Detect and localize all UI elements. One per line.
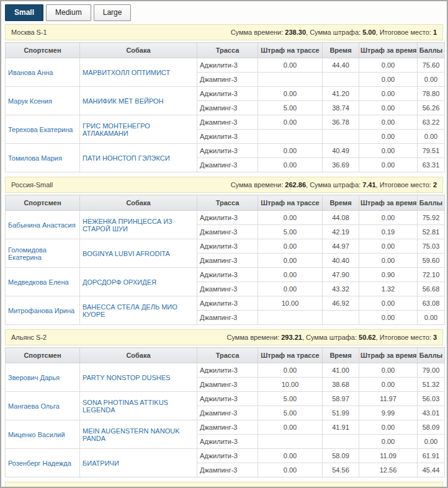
summary-label: Сумма времени: (231, 29, 284, 36)
points-cell: 78.80 (418, 87, 445, 101)
total-penalty-value: 50.62 (359, 334, 376, 341)
summary-label: Сумма штрафа: (310, 181, 361, 189)
points-cell: 63.31 (418, 158, 445, 172)
time-penalty-cell: 1.32 (359, 282, 418, 296)
dog-link[interactable]: ДОРСДОРФ ОРХИДЕЯ (83, 278, 156, 286)
course-penalty-cell: 0.00 (258, 211, 323, 225)
section-summary: Сумма времени: 262.86, Сумма штрафа: 7.4… (231, 181, 437, 189)
time-cell (323, 130, 359, 144)
dog-link[interactable]: МАНИФИК МЁТ ВЕЙРОН (83, 97, 164, 105)
athlete-link[interactable]: Мангаева Ольга (8, 402, 60, 410)
athlete-cell: Марук Ксения (6, 87, 80, 115)
table-header-row: СпортсменСобакаТрассаШтраф на трассеВрем… (6, 43, 445, 58)
dog-link[interactable]: ГРИС МОНТЕНЕГРО АТЛАКАМАНИ (83, 122, 150, 137)
athlete-link[interactable]: Зверович Дарья (8, 374, 60, 381)
time-cell: 43.32 (323, 282, 359, 296)
time-cell: 44.40 (323, 58, 359, 73)
dog-link[interactable]: PARTY NONSTOP DUSHES (83, 374, 170, 381)
total-time-value: 238.30 (285, 29, 306, 36)
points-cell: 0.00 (418, 73, 445, 87)
points-cell: 59.60 (418, 254, 445, 268)
column-header: Штраф на трассе (258, 195, 323, 211)
dog-link[interactable]: МАРВИТХОЛЛ ОПТИМИСТ (83, 69, 170, 76)
column-header: Время (323, 195, 359, 211)
course-cell: Аджилити-3 (197, 58, 258, 73)
athlete-cell: Митрофанова Ирина (6, 296, 80, 325)
time-penalty-cell: 11.97 (359, 392, 418, 406)
dog-link[interactable]: MEIN AUGENSTERN NANOUK PANDA (83, 427, 179, 442)
dog-link[interactable]: SONA PHOTINAS ATTIKUS LEGENDA (83, 399, 168, 414)
results-table: СпортсменСобакаТрассаШтраф на трассеВрем… (5, 42, 445, 172)
dog-link[interactable]: BOGINYA LUBVI AFRODITA (83, 250, 170, 257)
athlete-link[interactable]: Бабынина Анастасия (8, 221, 76, 229)
points-cell: 75.03 (418, 239, 445, 254)
time-cell: 46.92 (323, 296, 359, 311)
points-cell: 75.60 (418, 58, 445, 73)
points-cell: 75.92 (418, 211, 445, 225)
athlete-link[interactable]: Терехова Екатерина (8, 126, 73, 133)
time-cell: 36.78 (323, 115, 359, 130)
course-penalty-cell: 0.00 (258, 87, 323, 101)
time-penalty-cell: 0.00 (359, 130, 418, 144)
time-penalty-cell: 0.00 (359, 144, 418, 158)
time-cell: 47.90 (323, 268, 359, 282)
column-header: Баллы (418, 43, 445, 58)
column-header: Баллы (418, 348, 445, 363)
points-cell: 63.22 (418, 115, 445, 130)
course-cell: Джампинг-3 (197, 158, 258, 172)
run-row: Томилова МарияПАТИ НОНСТОП ГЭЛЭКСИАджили… (6, 144, 445, 158)
team-section: Россия-SmallСумма времени: 262.86, Сумма… (5, 177, 443, 325)
athlete-link[interactable]: Голомидова Екатерина (8, 246, 47, 261)
course-cell: Джампинг-3 (197, 311, 258, 325)
column-header: Штраф за время (359, 348, 418, 363)
time-penalty-cell: 0.00 (359, 58, 418, 73)
run-row: Голомидова ЕкатеринаBOGINYA LUBVI AFRODI… (6, 239, 445, 254)
points-cell: 51.32 (418, 378, 445, 392)
run-row: Миценко ВасилийMEIN AUGENSTERN NANOUK PA… (6, 420, 445, 435)
athlete-link[interactable]: Розенберг Надежда (8, 459, 71, 467)
tab-large[interactable]: Large (94, 4, 132, 21)
course-penalty-cell: 5.00 (258, 406, 323, 420)
tab-medium[interactable]: Medium (46, 4, 91, 21)
points-cell: 61.91 (418, 449, 445, 463)
time-penalty-cell: 0.00 (359, 211, 418, 225)
course-cell: Аджилити-3 (197, 392, 258, 406)
athlete-link[interactable]: Томилова Мария (8, 154, 62, 162)
time-penalty-cell: 0.00 (359, 311, 418, 325)
points-cell: 52.81 (418, 225, 445, 239)
athlete-cell: Терехова Екатерина (6, 115, 80, 144)
dog-cell: SONA PHOTINAS ATTIKUS LEGENDA (80, 392, 197, 420)
column-header: Собака (80, 195, 197, 211)
course-cell: Аджилити-3 (197, 449, 258, 463)
course-penalty-cell: 0.00 (258, 254, 323, 268)
dog-cell: BOGINYA LUBVI AFRODITA (80, 239, 197, 268)
dog-link[interactable]: ВАНЕССА СТЕЛА ДЕЛЬ МИО КУОРЕ (83, 303, 177, 318)
dog-cell: НЕЖЕНКА ПРИНЦЕССА ИЗ СТАРОЙ ШУИ (80, 211, 197, 239)
section-summary: Сумма времени: 293.21, Сумма штрафа: 50.… (227, 334, 437, 341)
athlete-link[interactable]: Иванова Анна (8, 69, 53, 76)
athlete-link[interactable]: Медведкова Елена (8, 278, 69, 286)
time-penalty-cell: 0.00 (359, 115, 418, 130)
dog-cell: БИАТРИЧИ (80, 449, 197, 477)
course-penalty-cell: 0.00 (258, 463, 323, 477)
course-cell: Джампинг-3 (197, 115, 258, 130)
dog-link[interactable]: НЕЖЕНКА ПРИНЦЕССА ИЗ СТАРОЙ ШУИ (83, 218, 172, 233)
course-cell: Аджилити-3 (197, 296, 258, 311)
tab-small[interactable]: Small (5, 4, 43, 21)
dog-link[interactable]: ПАТИ НОНСТОП ГЭЛЭКСИ (83, 154, 170, 162)
athlete-link[interactable]: Митрофанова Ирина (8, 307, 74, 314)
run-row: Терехова ЕкатеринаГРИС МОНТЕНЕГРО АТЛАКА… (6, 115, 445, 130)
athlete-link[interactable]: Миценко Василий (8, 431, 65, 438)
dog-cell: ГРИС МОНТЕНЕГРО АТЛАКАМАНИ (80, 115, 197, 144)
course-penalty-cell: 0.00 (258, 115, 323, 130)
dog-link[interactable]: БИАТРИЧИ (83, 459, 119, 467)
athlete-link[interactable]: Марук Ксения (8, 97, 52, 105)
points-cell: 79.00 (418, 363, 445, 378)
time-penalty-cell: 0.00 (359, 296, 418, 311)
time-cell (323, 73, 359, 87)
course-penalty-cell: 0.00 (258, 420, 323, 435)
points-cell: 58.09 (418, 420, 445, 435)
time-penalty-cell: 0.00 (359, 435, 418, 449)
course-cell: Джампинг-3 (197, 463, 258, 477)
team-section: Альянс S-2Сумма времени: 293.21, Сумма ш… (5, 329, 443, 477)
